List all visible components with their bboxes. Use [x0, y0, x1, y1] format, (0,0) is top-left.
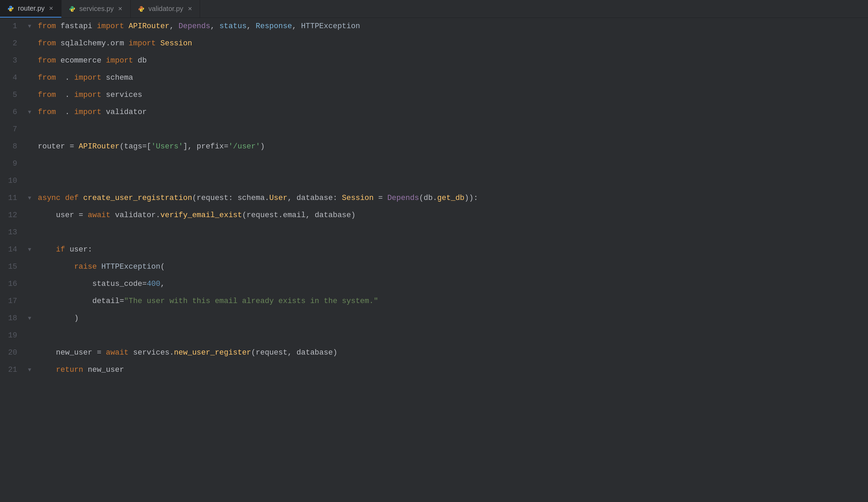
keyword-from-1: from: [38, 22, 56, 31]
fold-gutter-14[interactable]: ▼: [24, 241, 35, 258]
keyword-import-5: import: [74, 91, 101, 99]
punct-11d: ,: [287, 194, 296, 202]
code-text-7[interactable]: [35, 121, 868, 138]
code-text-6[interactable]: from . import validator: [35, 104, 868, 121]
module-fastapi: fastapi: [61, 22, 92, 31]
kw-raise-15: raise: [74, 262, 97, 271]
editor-row: 9: [0, 155, 868, 172]
punct-17a: =: [120, 297, 124, 305]
punct-11g: (: [419, 194, 424, 202]
class-apirouter-inst: APIRouter: [79, 142, 120, 151]
line-num-9: 9: [0, 155, 24, 172]
code-text-11[interactable]: async def create_user_registration(reque…: [35, 190, 868, 207]
punct-8e: =: [224, 142, 228, 151]
code-text-20[interactable]: new_user = await services.new_user_regis…: [35, 344, 868, 362]
keyword-import-3: import: [106, 56, 133, 65]
punct-20d: ,: [287, 348, 296, 357]
class-session: Session: [160, 39, 192, 48]
ident-email: email: [283, 211, 306, 220]
line-num-13: 13: [0, 224, 24, 241]
ident-services-20: services: [133, 348, 169, 357]
str-detail-msg: "The user with this email already exists…: [124, 297, 378, 305]
fold-icon-21[interactable]: ▼: [28, 362, 31, 379]
punct-11c: .: [265, 194, 269, 202]
kw-def-11: def: [65, 194, 79, 202]
depends-keyword: Depends: [178, 22, 210, 31]
ident-schema-11: schema: [238, 194, 265, 202]
code-text-18[interactable]: ): [35, 310, 868, 327]
fold-icon-18[interactable]: ▼: [28, 310, 31, 327]
kw-return-21: return: [56, 366, 83, 374]
editor-row: 10: [0, 172, 868, 190]
fold-icon-11[interactable]: ▼: [28, 190, 31, 207]
punct-20a: =: [92, 348, 106, 357]
line-num-3: 3: [0, 52, 24, 70]
punct-11b: :: [229, 194, 238, 202]
fold-gutter-16: [24, 275, 35, 293]
code-text-13[interactable]: [35, 224, 868, 241]
fold-gutter-21[interactable]: ▼: [24, 362, 35, 379]
line-num-20: 20: [0, 344, 24, 362]
code-text-2[interactable]: from sqlalchemy.orm import Session: [35, 35, 868, 52]
fold-gutter-13: [24, 224, 35, 241]
code-text-10[interactable]: [35, 172, 868, 190]
line-num-16: 16: [0, 275, 24, 293]
code-text-4[interactable]: from . import schema: [35, 70, 868, 86]
code-text-1[interactable]: from fastapi import APIRouter, Depends, …: [35, 18, 868, 35]
tab-label-validator: validator.py: [148, 5, 183, 13]
fold-icon-1[interactable]: ▼: [28, 18, 31, 35]
ident-schema: schema: [106, 74, 133, 82]
line-num-1: 1: [0, 18, 24, 35]
code-text-16[interactable]: status_code=400,: [35, 275, 868, 293]
fold-gutter-20: [24, 344, 35, 362]
fold-icon-6[interactable]: ▼: [28, 104, 31, 121]
code-text-14[interactable]: if user:: [35, 241, 868, 258]
method-new-user-register: new_user_register: [174, 348, 251, 357]
code-text-12[interactable]: user = await validator.verify_email_exis…: [35, 207, 868, 224]
tab-router[interactable]: router.py ✕: [0, 0, 62, 18]
fold-gutter-2: [24, 35, 35, 52]
ident-request-20: request: [256, 348, 287, 357]
fold-gutter-11[interactable]: ▼: [24, 190, 35, 207]
response-keyword: Response: [256, 22, 292, 31]
editor-row: 8 router = APIRouter(tags=['Users'], pre…: [0, 138, 868, 155]
fold-gutter-6[interactable]: ▼: [24, 104, 35, 121]
ident-request-12: request: [247, 211, 278, 220]
code-text-5[interactable]: from . import services: [35, 86, 868, 104]
editor-row: 5 from . import services: [0, 86, 868, 104]
fold-gutter-18[interactable]: ▼: [24, 310, 35, 327]
line-num-2: 2: [0, 35, 24, 52]
fold-gutter-17: [24, 293, 35, 310]
editor-row: 14 ▼ if user:: [0, 241, 868, 258]
close-icon-validator[interactable]: ✕: [187, 6, 193, 12]
tab-services[interactable]: services.py ✕: [62, 0, 131, 18]
editor-row: 15 raise HTTPException(: [0, 258, 868, 275]
keyword-from-2: from: [38, 39, 56, 48]
code-text-9[interactable]: [35, 155, 868, 172]
fold-gutter-1[interactable]: ▼: [24, 18, 35, 35]
close-icon-services[interactable]: ✕: [117, 6, 123, 12]
punct-8a: =: [65, 142, 79, 151]
line-num-4: 4: [0, 70, 24, 86]
module-sqlalchemy: sqlalchemy.orm: [61, 39, 124, 48]
punct-20b: .: [169, 348, 174, 357]
punct-12b: .: [156, 211, 160, 220]
ident-user-14: user:: [70, 245, 92, 254]
status-keyword: status: [219, 22, 247, 31]
close-icon-router[interactable]: ✕: [48, 6, 54, 12]
punct-11i: )):: [464, 194, 478, 202]
code-text-17[interactable]: detail="The user with this email already…: [35, 293, 868, 310]
code-content: 1 ▼ from fastapi import APIRouter, Depen…: [0, 18, 868, 379]
fold-icon-14[interactable]: ▼: [28, 241, 31, 258]
code-text-3[interactable]: from ecommerce import db: [35, 52, 868, 70]
punct-18a: ): [74, 314, 79, 323]
punct-11e: :: [333, 194, 342, 202]
tab-validator[interactable]: validator.py ✕: [131, 0, 200, 18]
keyword-import-1: import: [97, 22, 124, 31]
punct-12e: ,: [306, 211, 314, 220]
code-text-8[interactable]: router = APIRouter(tags=['Users'], prefi…: [35, 138, 868, 155]
code-text-19[interactable]: [35, 327, 868, 344]
code-text-15[interactable]: raise HTTPException(: [35, 258, 868, 275]
fold-gutter-4: [24, 70, 35, 86]
code-text-21[interactable]: return new_user: [35, 362, 868, 379]
